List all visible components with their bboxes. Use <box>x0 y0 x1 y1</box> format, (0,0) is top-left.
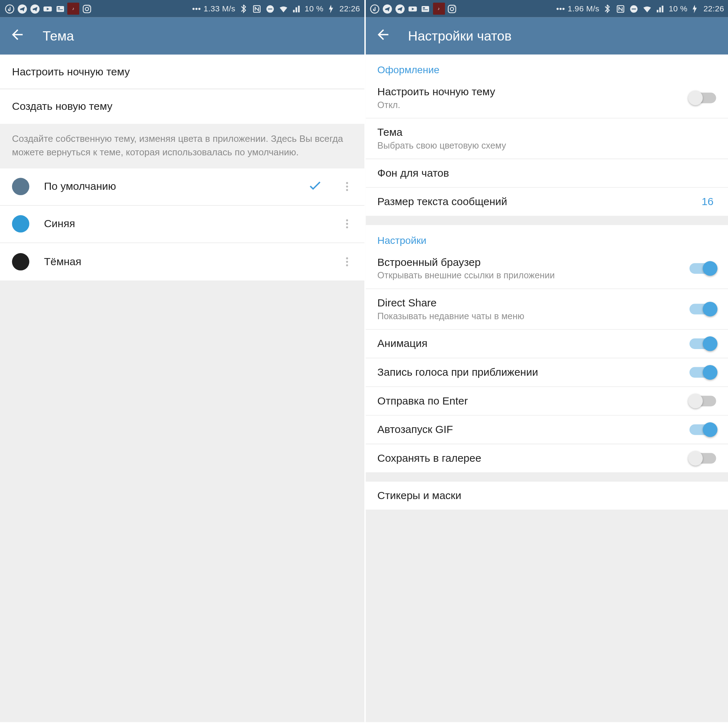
setting-gallery[interactable]: Сохранять в галерее <box>366 444 728 473</box>
toggle-animation[interactable] <box>690 338 716 349</box>
theme-swatch <box>12 215 29 232</box>
clock: 22:26 <box>704 4 724 13</box>
theme-row[interactable]: Синяя <box>0 205 364 243</box>
setting-title: Отправка по Enter <box>378 395 690 407</box>
toggle-enter[interactable] <box>690 396 716 406</box>
svg-point-9 <box>89 6 90 7</box>
configure-night-theme[interactable]: Настроить ночную тему <box>0 55 364 89</box>
signal-icon <box>292 3 302 14</box>
charging-icon <box>326 3 336 14</box>
toggle-gif[interactable] <box>690 424 716 435</box>
telegram-icon <box>17 3 28 14</box>
setting-night-theme[interactable]: Настроить ночную тему Откл. <box>366 78 728 118</box>
theme-list: По умолчаниюСиняяТёмная <box>0 168 364 280</box>
news-icon <box>420 3 431 14</box>
network-speed: 1.33 M/s <box>204 4 236 13</box>
svg-point-16 <box>346 219 348 222</box>
back-icon[interactable] <box>9 27 25 45</box>
nfc-icon <box>615 3 626 14</box>
statusbar: ♪ ••• 1.96 M/s 10 % 22:26 <box>366 0 728 17</box>
setting-sub: Открывать внешние ссылки в приложении <box>378 271 690 280</box>
app-icon: ♪ <box>433 3 445 15</box>
setting-chat-background[interactable]: Фон для чатов <box>366 159 728 188</box>
wifi-icon <box>642 3 653 14</box>
setting-sub: Откл. <box>378 100 690 110</box>
bluetooth-icon <box>602 3 613 14</box>
back-icon[interactable] <box>375 27 391 45</box>
setting-title: Размер текста сообщений <box>378 196 702 208</box>
setting-title: Direct Share <box>378 297 690 309</box>
svg-point-31 <box>454 6 455 7</box>
youtube-icon <box>407 3 418 14</box>
svg-rect-12 <box>268 8 272 9</box>
setting-title: Автозапуск GIF <box>378 424 690 436</box>
page-title: Настройки чатов <box>408 28 511 44</box>
toggle-voice[interactable] <box>690 367 716 378</box>
battery-text: 10 % <box>304 4 323 13</box>
more-icon: ••• <box>192 4 201 13</box>
wifi-icon <box>278 3 289 14</box>
setting-text-size[interactable]: Размер текста сообщений 16 <box>366 188 728 216</box>
svg-rect-4 <box>56 6 64 11</box>
setting-title: Сохранять в галерее <box>378 452 690 464</box>
setting-title: Запись голоса при приближении <box>378 367 690 379</box>
statusbar: ♪ ••• 1.33 M/s 10 % 22:26 <box>0 0 364 17</box>
text-size-value: 16 <box>702 196 716 208</box>
instagram-icon <box>447 3 457 14</box>
setting-browser[interactable]: Встроенный браузер Открывать внешние ссы… <box>366 248 728 289</box>
theme-label: Синяя <box>44 218 323 230</box>
check-icon <box>307 177 323 196</box>
page-title: Тема <box>43 28 74 44</box>
theme-row[interactable]: Тёмная <box>0 243 364 280</box>
screen-chat-settings: ♪ ••• 1.96 M/s 10 % 22:26 Настройки чато… <box>364 0 728 722</box>
setting-animation[interactable]: Анимация <box>366 330 728 359</box>
more-icon: ••• <box>556 4 565 13</box>
hint-text: Создайте собственную тему, изменяя цвета… <box>0 124 364 168</box>
toggle-night[interactable] <box>690 92 716 103</box>
screen-theme: ♪ ••• 1.33 M/s 10 % 22:26 Тема Нас <box>0 0 364 722</box>
svg-point-19 <box>346 257 348 259</box>
svg-point-20 <box>346 260 348 263</box>
section-appearance: Оформление <box>366 55 728 78</box>
more-vert-icon[interactable] <box>337 218 356 230</box>
more-vert-icon[interactable] <box>337 255 356 268</box>
setting-stickers[interactable]: Стикеры и маски <box>366 482 728 510</box>
toggle-browser[interactable] <box>690 263 716 274</box>
svg-point-8 <box>85 7 88 10</box>
setting-title: Анимация <box>378 338 690 350</box>
theme-swatch <box>12 253 29 270</box>
item-label: Создать новую тему <box>12 101 113 113</box>
svg-rect-5 <box>58 7 60 9</box>
svg-rect-27 <box>423 7 425 9</box>
create-new-theme[interactable]: Создать новую тему <box>0 89 364 124</box>
telegram-icon <box>29 3 40 14</box>
toggle-direct-share[interactable] <box>690 304 716 315</box>
news-icon <box>55 3 66 14</box>
setting-theme[interactable]: Тема Выбрать свою цветовую схему <box>366 119 728 159</box>
setting-title: Настроить ночную тему <box>378 86 690 98</box>
theme-label: По умолчанию <box>44 180 292 193</box>
theme-row[interactable]: По умолчанию <box>0 168 364 205</box>
network-speed: 1.96 M/s <box>568 4 600 13</box>
youtube-icon <box>42 3 53 14</box>
telegram-icon <box>395 3 405 14</box>
toggle-gallery[interactable] <box>690 453 716 463</box>
svg-point-17 <box>346 223 348 225</box>
tiktok-icon <box>369 3 380 14</box>
svg-point-30 <box>450 7 454 10</box>
dnd-icon <box>629 3 639 14</box>
more-vert-icon[interactable] <box>337 180 356 193</box>
setting-direct-share[interactable]: Direct Share Показывать недавние чаты в … <box>366 289 728 329</box>
svg-point-13 <box>346 182 348 184</box>
clock: 22:26 <box>340 4 360 13</box>
svg-rect-26 <box>422 6 429 11</box>
svg-point-21 <box>346 264 348 266</box>
setting-gif[interactable]: Автозапуск GIF <box>366 416 728 444</box>
tiktok-icon <box>4 3 15 14</box>
setting-title: Стикеры и маски <box>378 489 716 502</box>
signal-icon <box>656 3 666 14</box>
item-label: Настроить ночную тему <box>12 66 130 78</box>
setting-enter[interactable]: Отправка по Enter <box>366 387 728 416</box>
setting-voice[interactable]: Запись голоса при приближении <box>366 358 728 387</box>
svg-rect-28 <box>423 9 428 10</box>
